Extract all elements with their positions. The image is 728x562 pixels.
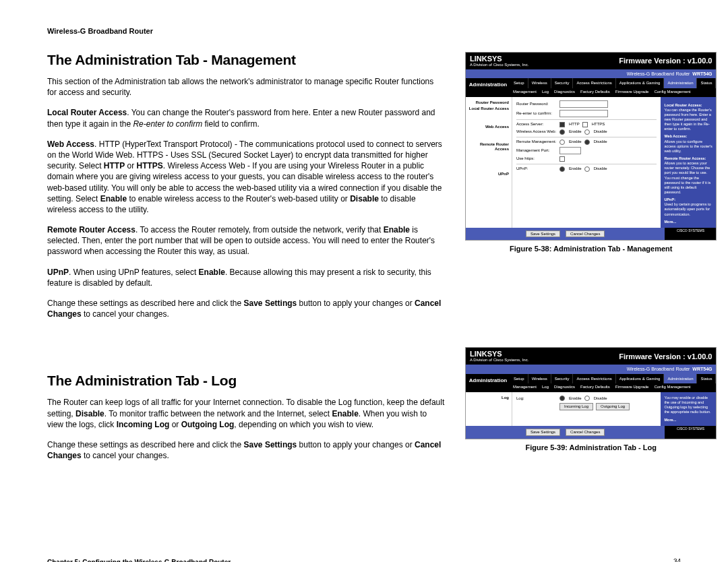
save-b1: Save Settings: [244, 299, 297, 308]
local-label: Local Router Access: [47, 108, 127, 117]
tab-access[interactable]: Access Restrictions: [573, 78, 615, 88]
radio-rm-enable[interactable]: [559, 139, 565, 145]
tab2-security[interactable]: Security: [551, 374, 574, 384]
lbl-reenter: Re-enter to confirm:: [516, 111, 557, 116]
tab2-setup[interactable]: Setup: [510, 374, 528, 384]
section1-title: The Administration Tab - Management: [47, 52, 445, 68]
save2-b1: Save Settings: [244, 440, 297, 449]
router-subtabs: Management Log Diagnostics Factory Defau…: [510, 88, 716, 97]
router-brand-bar-2: LINKSYS A Division of Cisco Systems, Inc…: [466, 348, 716, 365]
router-footer-2: Save Settings Cancel Changes: [466, 426, 665, 439]
check-https[interactable]: [582, 122, 588, 127]
tab-wireless[interactable]: Wireless: [528, 78, 551, 88]
help-local-t: Local Router Access:: [664, 103, 712, 108]
subtab2-config[interactable]: Config Management: [654, 385, 690, 389]
subtab2-firmware[interactable]: Firmware Upgrade: [615, 385, 649, 389]
incoming-log-button[interactable]: Incoming Log: [559, 403, 593, 410]
router-form-area: Router Password: Re-enter to confirm: Ac…: [512, 97, 661, 228]
router-title-bar: Wireless-G Broadband Router WRT54G: [466, 69, 716, 79]
router-form-area-2: Log: Enable Disable Incoming Log Outgoin…: [512, 392, 661, 426]
lbl-use-https: Use https:: [516, 156, 557, 161]
input-mgmt-port[interactable]: [559, 147, 581, 154]
router-help-panel-2: You may enable or disable the use of Inc…: [661, 392, 716, 426]
footer-chapter: Chapter 5: Configuring the Wireless-G Br…: [47, 559, 231, 562]
outgoing-log-button[interactable]: Outgoing Log: [596, 403, 630, 410]
router-brand-sub: A Division of Cisco Systems, Inc.: [470, 63, 528, 67]
subtab-management[interactable]: Management: [513, 90, 537, 94]
txt-rm-enable: Enable: [569, 139, 582, 144]
upnp-b1: Enable: [199, 268, 225, 277]
subtab-diagnostics[interactable]: Diagnostics: [554, 90, 575, 94]
remote-t1: . To access the Router remotely, from ou…: [135, 225, 384, 235]
s2-i: , depending on which you wish to view.: [234, 420, 373, 429]
radio-waw-disable[interactable]: [584, 129, 590, 135]
s2-h: Outgoing Log: [181, 420, 235, 429]
subtab-firmware[interactable]: Firmware Upgrade: [615, 90, 649, 94]
save-settings-button[interactable]: Save Settings: [526, 230, 560, 238]
subtab2-log[interactable]: Log: [542, 385, 549, 389]
lbl-router-password: Router Password:: [516, 102, 557, 106]
lbl-wireless-access: Wireless Access Web:: [516, 129, 557, 134]
cancel-changes-button[interactable]: Cancel Changes: [566, 230, 605, 238]
txt-https: HTTPS: [592, 122, 605, 127]
input-router-password[interactable]: [559, 100, 608, 108]
router-product-2: Wireless-G Broadband Router: [627, 367, 690, 371]
remote-label: Remote Router Access: [47, 225, 135, 235]
tab2-wireless[interactable]: Wireless: [528, 374, 551, 384]
save-settings-button-2[interactable]: Save Settings: [526, 429, 560, 436]
radio-log-disable[interactable]: [584, 396, 590, 401]
cancel-changes-button-2[interactable]: Cancel Changes: [566, 429, 605, 436]
radio-upnp-disable[interactable]: [584, 166, 590, 172]
web-access-p: Web Access. HTTP (HyperText Transport Pr…: [47, 139, 445, 215]
help-more-2[interactable]: More...: [664, 418, 712, 423]
router-screenshot-log: LINKSYS A Division of Cisco Systems, Inc…: [465, 347, 717, 439]
radio-rm-disable[interactable]: [584, 139, 590, 145]
router-subtabs-2: Management Log Diagnostics Factory Defau…: [510, 383, 716, 392]
router-brand: LINKSYS: [470, 55, 502, 63]
grp-web-access: Web Access: [468, 125, 509, 129]
tab2-status[interactable]: Status: [697, 374, 716, 384]
s2-f: Incoming Log: [117, 420, 170, 429]
tab2-access[interactable]: Access Restrictions: [573, 374, 615, 384]
router-help-panel: Local Router Access: You can change the …: [661, 97, 716, 228]
tab-setup[interactable]: Setup: [510, 78, 528, 88]
subtab2-diagnostics[interactable]: Diagnostics: [554, 385, 575, 389]
tab2-apps[interactable]: Applications & Gaming: [616, 374, 665, 384]
help-local-b: You can change the Router's password fro…: [664, 108, 711, 131]
txt-upnp-enable: Enable: [569, 166, 582, 171]
radio-upnp-enable[interactable]: [559, 166, 565, 172]
input-reenter[interactable]: [559, 110, 608, 117]
radio-waw-enable[interactable]: [559, 129, 565, 135]
tab-apps[interactable]: Applications & Gaming: [616, 78, 665, 88]
router-group-labels: Router Password Local Router Access Web …: [466, 97, 512, 228]
subtab-log[interactable]: Log: [542, 90, 549, 94]
save2-t3: to cancel your changes.: [82, 451, 169, 460]
lbl-remote-mgmt: Remote Management:: [516, 139, 557, 144]
check-http[interactable]: [559, 122, 565, 127]
radio-log-enable[interactable]: [559, 396, 565, 401]
figure-2-caption: Figure 5-39: Administration Tab - Log: [465, 443, 717, 451]
txt-http: HTTP: [569, 122, 580, 127]
s2-b: Disable: [75, 409, 104, 418]
grp-local-access: Local Router Access: [468, 106, 509, 111]
help-web-t: Web Access:: [664, 134, 712, 139]
help-more[interactable]: More...: [664, 220, 712, 224]
s2-d: Enable: [332, 409, 358, 418]
router-footer: Save Settings Cancel Changes: [466, 228, 665, 241]
web-t2: or: [125, 161, 136, 170]
subtab-factory[interactable]: Factory Defaults: [580, 90, 610, 94]
tab-security[interactable]: Security: [551, 78, 574, 88]
check-use-https[interactable]: [559, 156, 565, 162]
subtab2-management[interactable]: Management: [513, 385, 537, 389]
tab-administration[interactable]: Administration: [664, 78, 697, 88]
help-remote-b: Allows you to access your router remotel…: [664, 161, 710, 194]
router-product: Wireless-G Broadband Router: [627, 71, 690, 76]
tab-status[interactable]: Status: [697, 78, 716, 88]
tab2-administration[interactable]: Administration: [664, 374, 697, 384]
section2-title: The Administration Tab - Log: [47, 373, 445, 389]
subtab2-factory[interactable]: Factory Defaults: [580, 385, 610, 389]
subtab-config[interactable]: Config Management: [654, 90, 690, 94]
text-column: The Administration Tab - Management This…: [47, 52, 445, 470]
grp-remote-access: Remote Router Access: [468, 142, 509, 151]
lbl-access-server: Access Server:: [516, 122, 557, 127]
